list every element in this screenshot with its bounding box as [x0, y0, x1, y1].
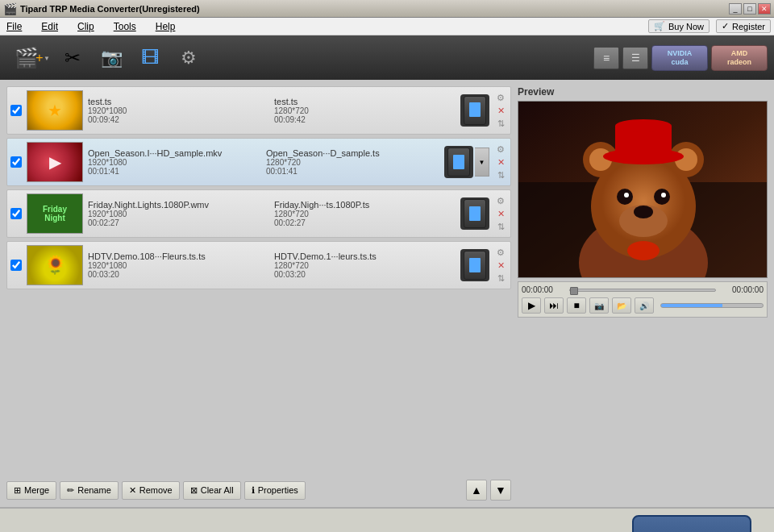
output-name-3: Friday.Nigh···ts.1080P.ts: [274, 200, 456, 210]
time-start: 00:00:00: [522, 285, 566, 294]
file-name-2: Open_Season.I···HD_sample.mkv: [88, 148, 261, 158]
file-settings-2[interactable]: ⚙: [494, 143, 507, 155]
file-checkbox-1[interactable]: [10, 105, 22, 116]
menu-file[interactable]: File: [3, 19, 25, 34]
step-forward-button[interactable]: ⏭: [544, 297, 564, 314]
device-dropdown-2[interactable]: ▼: [475, 148, 489, 177]
add-icon: +: [35, 51, 43, 65]
file-arrow-2[interactable]: ⇅: [494, 169, 507, 181]
file-arrow-3[interactable]: ⇅: [494, 221, 507, 232]
properties-icon: ℹ: [252, 485, 255, 496]
output-name-2: Open_Season···D_sample.ts: [266, 148, 439, 158]
clear-all-button[interactable]: ⊠ Clear All: [183, 481, 241, 500]
nvidia-button[interactable]: NVIDIAcuda: [651, 45, 708, 71]
flower-icon: 🌻: [44, 255, 66, 276]
stop-button[interactable]: ■: [567, 297, 586, 314]
file-checkbox-2[interactable]: [10, 156, 22, 168]
clear-icon: ⊠: [190, 485, 198, 496]
file-remove-2[interactable]: ✕: [494, 156, 507, 168]
file-settings-4[interactable]: ⚙: [494, 247, 507, 258]
snapshot-preview-button[interactable]: 📷: [589, 297, 609, 314]
play-button[interactable]: ▶: [522, 297, 541, 314]
scissors-icon: ✂: [64, 47, 81, 69]
output-dims-2: 1280*720: [266, 158, 439, 167]
file-settings-3[interactable]: ⚙: [494, 195, 507, 206]
file-time-1: 00:09:42: [88, 115, 269, 124]
app-icon: 🎬: [3, 2, 17, 15]
file-remove-4[interactable]: ✕: [494, 260, 507, 271]
time-bar: 00:00:00 00:00:00: [522, 285, 764, 294]
file-output-3: Friday.Nigh···ts.1080P.ts 1280*720 00:02…: [274, 200, 456, 227]
list-view-button[interactable]: ≡: [593, 47, 619, 69]
media-info-button[interactable]: 🎞: [132, 40, 168, 76]
file-thumbnail-3: FridayNight: [27, 193, 83, 234]
remove-button[interactable]: ✕ Remove: [122, 481, 180, 500]
menu-right-buttons: 🛒 Buy Now ✓ Register: [648, 19, 771, 33]
convert-button[interactable]: 🔄 Convert: [632, 515, 751, 532]
settings-toolbar-button[interactable]: ⚙: [171, 40, 206, 76]
properties-button[interactable]: ℹ Properties: [244, 481, 306, 500]
detail-view-button[interactable]: ☰: [622, 47, 648, 69]
output-dims-4: 1280*720: [274, 261, 456, 270]
snapshot-button[interactable]: 📷: [94, 40, 129, 76]
amd-button[interactable]: AMDradeon: [711, 45, 768, 71]
menu-help[interactable]: Help: [152, 19, 179, 34]
minimize-button[interactable]: _: [729, 3, 742, 15]
output-dims-3: 1280*720: [274, 210, 456, 218]
merge-button[interactable]: ⊞ Merge: [6, 481, 56, 500]
device-icon-1: [460, 94, 489, 127]
file-name-4: HDTV.Demo.108···Fleurs.ts.ts: [88, 251, 269, 261]
main-content: ★ test.ts 1920*1080 00:09:42 test.ts 128…: [0, 80, 774, 507]
file-actions-2: ⚙ ✕ ⇅: [494, 143, 507, 181]
move-up-button[interactable]: ▲: [466, 480, 487, 501]
edit-clip-button[interactable]: ✂: [55, 40, 90, 76]
file-remove-3[interactable]: ✕: [494, 208, 507, 219]
maximize-button[interactable]: □: [743, 3, 756, 15]
file-time-4: 00:03:20: [88, 270, 269, 279]
file-settings-1[interactable]: ⚙: [494, 92, 507, 103]
file-remove-1[interactable]: ✕: [494, 105, 507, 116]
camera-icon: 📷: [101, 48, 123, 69]
file-dims-3: 1920*1080: [88, 210, 269, 218]
volume-button[interactable]: 🔊: [635, 297, 654, 314]
table-row: 🌻 HDTV.Demo.108···Fleurs.ts.ts 1920*1080…: [6, 241, 511, 289]
rename-button[interactable]: ✏ Rename: [60, 481, 119, 500]
file-dims-1: 1920*1080: [88, 106, 269, 115]
table-row: FridayNight Friday.Night.Lights.1080P.wm…: [6, 189, 511, 238]
menu-edit[interactable]: Edit: [38, 19, 61, 34]
file-checkbox-3[interactable]: [10, 208, 22, 219]
seek-thumb[interactable]: [570, 287, 578, 295]
file-actions-4: ⚙ ✕ ⇅: [494, 247, 507, 284]
file-checkbox-4[interactable]: [10, 260, 22, 271]
rename-icon: ✏: [67, 485, 74, 496]
window-title: Tipard TRP Media Converter(Unregistered): [20, 4, 729, 14]
file-info-1: test.ts 1920*1080 00:09:42: [88, 97, 269, 124]
svg-point-17: [627, 241, 660, 260]
output-dims-1: 1280*720: [274, 106, 456, 115]
buy-now-button[interactable]: 🛒 Buy Now: [648, 19, 710, 33]
volume-bar[interactable]: [660, 303, 764, 308]
preview-label: Preview: [518, 86, 768, 98]
merge-icon: ⊞: [14, 485, 21, 496]
close-button[interactable]: ✕: [758, 3, 771, 15]
register-button[interactable]: ✓ Register: [716, 19, 771, 33]
folder-button[interactable]: 📂: [612, 297, 631, 314]
list-icon: ≡: [603, 52, 610, 64]
list-spacer: [6, 293, 511, 473]
menu-tools[interactable]: Tools: [110, 19, 139, 34]
move-down-button[interactable]: ▼: [490, 480, 511, 501]
file-arrow-1[interactable]: ⇅: [494, 118, 507, 129]
output-time-2: 00:01:41: [266, 167, 439, 176]
file-actions-3: ⚙ ✕ ⇅: [494, 195, 507, 232]
action-bar: ⊞ Merge ✏ Rename ✕ Remove ⊠ Clear All ℹ …: [6, 480, 511, 501]
file-time-3: 00:02:27: [88, 218, 269, 227]
svg-point-12: [624, 193, 629, 197]
device-icon-4: [460, 249, 489, 281]
add-video-button[interactable]: 🎬 + ▼: [6, 40, 52, 76]
file-dims-2: 1920*1080: [88, 158, 261, 167]
settings-bar: Audio Track: ▼ Subtitle: ▼ 🔄 Convert Pro…: [0, 507, 774, 532]
menu-clip[interactable]: Clip: [74, 19, 98, 34]
seek-bar[interactable]: [569, 289, 716, 292]
svg-point-9: [634, 206, 653, 218]
file-arrow-4[interactable]: ⇅: [494, 272, 507, 284]
